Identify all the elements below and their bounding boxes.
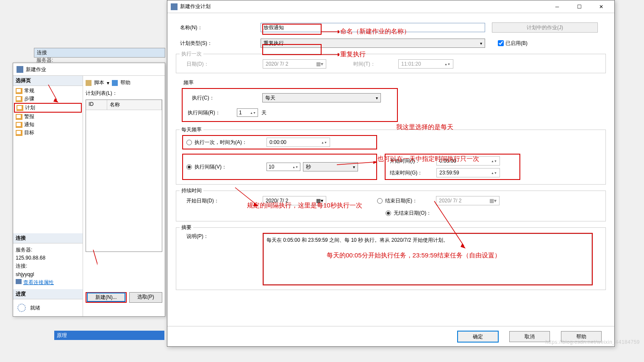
exec-label: 执行(C)： bbox=[188, 94, 262, 102]
col-name[interactable]: 名称 bbox=[107, 100, 162, 110]
spin-icon[interactable]: ▲▼ bbox=[292, 166, 298, 169]
pick-button[interactable]: 选取(P) bbox=[129, 292, 162, 303]
enabled-label: 已启用(B) bbox=[505, 40, 527, 47]
no-end-radio[interactable] bbox=[386, 210, 391, 216]
minimize-button[interactable]: ─ bbox=[550, 3, 564, 11]
exec-select[interactable]: 每天 ▾ bbox=[262, 93, 381, 102]
nav-alerts[interactable]: 警报 bbox=[14, 113, 82, 121]
interval-label: 执行间隔(R)： bbox=[188, 109, 237, 116]
once-time-label: 时间(T)： bbox=[326, 61, 398, 68]
maximize-button[interactable]: ☐ bbox=[572, 3, 586, 11]
page-icon bbox=[16, 96, 22, 102]
plan-list-label: 计划列表(L)： bbox=[86, 90, 162, 97]
calendar-icon: ▦▾ bbox=[489, 198, 497, 204]
daily-interval-input[interactable]: 10▲▼ bbox=[266, 163, 300, 171]
nav-schedule[interactable]: 计划 bbox=[14, 103, 82, 113]
end-time-val: 23:59:59 bbox=[439, 170, 459, 176]
spinner-icon bbox=[17, 304, 26, 312]
daily-interval-unit-select[interactable]: 秒▾ bbox=[303, 162, 358, 171]
chevron-down-icon: ▾ bbox=[376, 96, 378, 100]
win2-title-text: 新建作业计划 bbox=[180, 3, 211, 10]
desc-label: 说明(P)： bbox=[182, 233, 263, 240]
chevron-down-icon: ▾ bbox=[480, 41, 482, 46]
daily-interval-label: 执行间隔(V)： bbox=[194, 163, 266, 171]
once-date-label: 日期(D)： bbox=[182, 61, 263, 68]
view-conn-props-link[interactable]: 查看连接属性 bbox=[23, 279, 54, 285]
enabled-checkbox[interactable]: 已启用(B) bbox=[498, 40, 527, 47]
win1-titlebar[interactable]: 新建作业 bbox=[13, 63, 165, 76]
progress-header: 进度 bbox=[13, 289, 83, 299]
page-icon bbox=[16, 114, 22, 120]
nav-label: 警报 bbox=[24, 113, 34, 120]
script-button[interactable]: 脚本 bbox=[94, 79, 104, 86]
nav-steps[interactable]: 步骤 bbox=[14, 95, 82, 103]
nav-label: 步骤 bbox=[24, 95, 34, 102]
col-id[interactable]: ID bbox=[86, 100, 107, 110]
duration-group: 持续时间 开始日期(D)： 2020/ 7/ 2▦▾ 结束日期(E)： 2020… bbox=[176, 191, 606, 221]
select-page-header: 选择页 bbox=[13, 76, 83, 86]
daily-once-time-input[interactable]: 0:00:00▲▼ bbox=[266, 138, 330, 147]
end-date-label: 结束日期(E)： bbox=[385, 197, 436, 204]
end-date-radio[interactable] bbox=[377, 198, 383, 204]
once-date-input: 2020/ 7/ 2▦▾ bbox=[263, 59, 326, 69]
interval-value: 1 bbox=[239, 110, 242, 116]
spin-icon[interactable]: ▲▼ bbox=[321, 141, 327, 144]
spin-icon: ▲▼ bbox=[444, 63, 450, 66]
daily-interval-unit: 秒 bbox=[306, 163, 311, 171]
end-date-input: 2020/ 7/ 2▦▾ bbox=[436, 196, 500, 205]
server-value: 125.90.88.68 bbox=[16, 254, 80, 262]
annot-interval: 规定的间隔执行，这里是每10秒执行一次 bbox=[247, 202, 362, 210]
spin-icon[interactable]: ▲▼ bbox=[491, 160, 497, 163]
new-button[interactable]: 新建(N)... bbox=[87, 293, 125, 301]
once-legend: 执行一次 bbox=[180, 50, 203, 58]
cancel-button[interactable]: 取消 bbox=[509, 331, 550, 342]
annot-repeat: 重复执行 bbox=[340, 50, 366, 58]
daily-interval-val: 10 bbox=[269, 164, 274, 170]
nav-general[interactable]: 常规 bbox=[14, 87, 82, 95]
annot-once-day: 也可以在一天中指定时间执行只一次 bbox=[378, 155, 479, 163]
end-time-label: 结束时间(G)： bbox=[390, 169, 436, 177]
spin-icon[interactable]: ▲▼ bbox=[250, 111, 256, 114]
spin-icon[interactable]: ▲▼ bbox=[491, 171, 497, 174]
help-button[interactable]: 帮助 bbox=[120, 79, 130, 86]
ok-button[interactable]: 确定 bbox=[458, 331, 498, 342]
connection-header: 连接 bbox=[13, 233, 83, 243]
once-date-val: 2020/ 7/ 2 bbox=[266, 61, 288, 67]
once-time-input: 11:01:20▲▼ bbox=[398, 59, 453, 69]
bg-blue-row: 原理 bbox=[54, 331, 164, 340]
page-icon bbox=[16, 122, 22, 128]
enabled-check-input[interactable] bbox=[498, 40, 504, 46]
interval-input[interactable]: 1▲▼ bbox=[237, 108, 258, 117]
app-icon bbox=[17, 66, 23, 73]
win2-titlebar[interactable]: 新建作业计划 ─ ☐ ✕ bbox=[167, 0, 614, 13]
daily-legend: 每天频率 bbox=[180, 126, 203, 133]
type-label: 计划类型(S)： bbox=[176, 40, 261, 47]
dropdown-icon[interactable]: ▾ bbox=[107, 80, 109, 86]
daily-once-radio[interactable] bbox=[186, 140, 192, 145]
type-select[interactable]: 重复执行 ▾ bbox=[261, 39, 485, 48]
server-label: 服务器: bbox=[16, 246, 80, 254]
frequency-group: 频率 执行(C)： 每天 ▾ 执行间隔(R)： 1▲▼ 天 bbox=[176, 79, 606, 122]
chevron-down-icon: ▾ bbox=[353, 165, 355, 169]
nav-label: 通知 bbox=[24, 121, 34, 128]
page-icon bbox=[16, 130, 22, 136]
props-icon bbox=[16, 279, 22, 284]
annot-box-newbtn: 新建(N)... bbox=[86, 292, 127, 303]
nav-label: 计划 bbox=[25, 104, 35, 111]
nav-label: 常规 bbox=[24, 87, 34, 94]
nav-target[interactable]: 目标 bbox=[14, 129, 82, 137]
new-schedule-dialog: 新建作业计划 ─ ☐ ✕ 名称(N)： 计划中的作业(J) 计划类型(S)： 重… bbox=[167, 0, 615, 347]
execute-once-group: 执行一次 日期(D)： 2020/ 7/ 2▦▾ 时间(T)： 11:01:20… bbox=[176, 54, 606, 73]
type-value: 重复执行 bbox=[264, 40, 284, 47]
nav-notify[interactable]: 通知 bbox=[14, 121, 82, 129]
close-button[interactable]: ✕ bbox=[594, 3, 608, 11]
interval-unit: 天 bbox=[261, 109, 266, 116]
end-time-input[interactable]: 23:59:59▲▼ bbox=[436, 168, 500, 177]
calendar-icon: ▦▾ bbox=[316, 61, 323, 67]
script-icon bbox=[86, 80, 92, 86]
plan-list-table[interactable]: ID 名称 bbox=[86, 99, 162, 252]
daily-interval-radio[interactable] bbox=[186, 164, 192, 170]
schedule-icon bbox=[171, 3, 178, 10]
annot-timerange: 每天的00:05分开始执行任务，23:59:59结束任务（自由设置） bbox=[327, 251, 501, 260]
daily-once-time-val: 0:00:00 bbox=[269, 139, 286, 145]
